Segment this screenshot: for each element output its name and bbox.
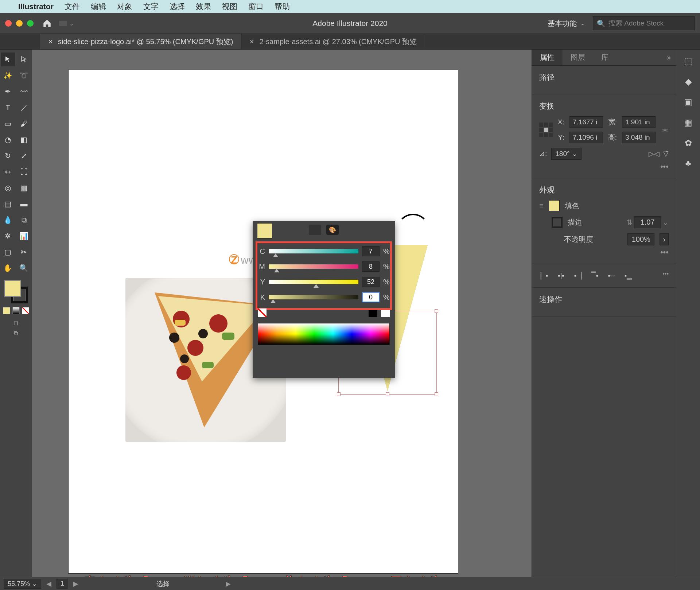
perspective-tool[interactable]: ▦ bbox=[17, 181, 31, 195]
layers-panel-icon[interactable]: ◆ bbox=[685, 77, 692, 87]
shape-builder-tool[interactable]: ◎ bbox=[1, 181, 15, 195]
align-left-icon[interactable]: ▏▪ bbox=[539, 271, 549, 281]
menu-window[interactable]: 窗口 bbox=[248, 1, 264, 12]
tab-properties[interactable]: 属性 bbox=[532, 50, 563, 65]
magic-wand-tool[interactable]: ✨ bbox=[1, 69, 15, 82]
home-icon[interactable] bbox=[42, 19, 52, 28]
tab-layers[interactable]: 图层 bbox=[563, 50, 593, 65]
eraser-tool[interactable]: ◧ bbox=[17, 133, 31, 147]
handle-tr[interactable] bbox=[435, 309, 438, 313]
direct-selection-tool[interactable] bbox=[17, 53, 31, 66]
maximize-button[interactable] bbox=[27, 20, 34, 27]
graph-tool[interactable]: 📊 bbox=[17, 229, 31, 243]
lasso-tool[interactable]: ➰ bbox=[17, 69, 31, 82]
nav-arrow-icon[interactable]: ▶ bbox=[226, 580, 231, 588]
slider-thumb[interactable] bbox=[273, 253, 278, 257]
artboard-number[interactable]: 1 bbox=[57, 579, 68, 589]
w-value[interactable]: 1.901 in bbox=[622, 116, 656, 128]
hand-tool[interactable]: ✋ bbox=[1, 261, 15, 275]
stock-search[interactable]: 🔍 搜索 Adobe Stock bbox=[593, 16, 695, 30]
slider-track-k[interactable] bbox=[269, 295, 358, 299]
canvas[interactable]: Zwww.MacZ.com 青色改为「7」，洋红改为「8」，黄色改为「52」，黑… bbox=[32, 50, 532, 590]
tab-libraries[interactable]: 库 bbox=[593, 50, 617, 65]
slider-thumb[interactable] bbox=[271, 299, 276, 303]
rectangle-tool[interactable]: ▭ bbox=[1, 117, 15, 131]
brushes-panel-icon[interactable]: ✿ bbox=[685, 138, 692, 148]
flip-v-icon[interactable]: ▽̂ bbox=[663, 150, 669, 158]
slider-track-y[interactable] bbox=[269, 280, 358, 284]
workspace-switcher[interactable]: 基本功能 ⌄ bbox=[548, 19, 585, 28]
x-value[interactable]: 7.1677 i bbox=[569, 116, 603, 128]
3d-panel-icon[interactable]: ⬚ bbox=[684, 56, 692, 66]
handle-bm[interactable] bbox=[386, 392, 389, 396]
align-bottom-icon[interactable]: ▪▁ bbox=[623, 271, 633, 281]
next-artboard-icon[interactable]: ▶ bbox=[73, 580, 78, 588]
slider-track-m[interactable] bbox=[269, 264, 358, 269]
gradient-icon[interactable] bbox=[12, 307, 20, 314]
flip-h-icon[interactable]: ▷◁ bbox=[649, 150, 660, 158]
prev-artboard-icon[interactable]: ◀ bbox=[46, 580, 51, 588]
width-tool[interactable]: ⇿ bbox=[1, 165, 15, 179]
stroke-swatch[interactable] bbox=[552, 217, 563, 228]
fill-stroke-swatch[interactable] bbox=[4, 280, 28, 303]
scale-tool[interactable]: ⤢ bbox=[17, 149, 31, 163]
shaper-tool[interactable]: ◔ bbox=[1, 133, 15, 147]
eyedropper-tool[interactable]: 💧 bbox=[1, 213, 15, 227]
minimize-button[interactable] bbox=[16, 20, 23, 27]
menu-file[interactable]: 文件 bbox=[65, 1, 80, 12]
artboards-panel-icon[interactable]: ▣ bbox=[684, 97, 692, 107]
close-button[interactable] bbox=[5, 20, 12, 27]
reference-point[interactable] bbox=[539, 123, 553, 137]
draw-normal-icon[interactable]: ◻ bbox=[13, 319, 18, 326]
doc-tab-1[interactable]: ✕ side-slice-pizza-logo.ai* @ 55.75% (CM… bbox=[40, 34, 241, 49]
solid-color-icon[interactable] bbox=[3, 307, 10, 314]
handle-br[interactable] bbox=[435, 392, 438, 396]
color-mode-icon[interactable]: 🎨 bbox=[326, 225, 339, 235]
align-top-icon[interactable]: ▔▪ bbox=[590, 271, 600, 281]
doc-tab-2[interactable]: ✕ 2-sample-assets.ai @ 27.03% (CMYK/GPU … bbox=[241, 34, 425, 49]
handle-bl[interactable] bbox=[337, 392, 341, 396]
zoom-level[interactable]: 55.75% ⌄ bbox=[4, 579, 41, 589]
curvature-tool[interactable]: 〰 bbox=[17, 85, 31, 98]
slider-track-c[interactable] bbox=[269, 249, 358, 253]
list-icon[interactable]: ≡ bbox=[539, 202, 544, 210]
swatches-mode-icon[interactable] bbox=[309, 225, 321, 235]
chevron-down-icon[interactable]: ⌄ bbox=[662, 218, 669, 227]
brush-tool[interactable]: 🖌 bbox=[17, 117, 31, 131]
rotate-tool[interactable]: ↻ bbox=[1, 149, 15, 163]
collapse-icon[interactable]: » bbox=[667, 53, 671, 62]
more-options-icon[interactable]: ••• bbox=[539, 248, 669, 257]
slider-thumb[interactable] bbox=[274, 269, 279, 272]
close-icon[interactable]: ✕ bbox=[249, 38, 254, 45]
fill-swatch[interactable] bbox=[549, 200, 560, 211]
y-value[interactable]: 7.1096 i bbox=[569, 132, 603, 143]
line-tool[interactable]: ／ bbox=[17, 101, 31, 114]
spectrum-picker[interactable] bbox=[258, 323, 390, 345]
fill-swatch[interactable] bbox=[4, 280, 21, 297]
menu-effect[interactable]: 效果 bbox=[196, 1, 211, 12]
swatches-panel-icon[interactable]: ▦ bbox=[684, 117, 692, 128]
none-icon[interactable] bbox=[22, 307, 29, 314]
free-transform-tool[interactable]: ⛶ bbox=[17, 165, 31, 179]
mesh-tool[interactable]: ▤ bbox=[1, 197, 15, 211]
link-icon[interactable]: ⫘ bbox=[661, 125, 669, 135]
type-tool[interactable]: T bbox=[1, 101, 15, 114]
app-name[interactable]: Illustrator bbox=[18, 2, 54, 11]
chevron-down-icon[interactable]: ⌄ bbox=[69, 20, 74, 27]
close-icon[interactable]: ✕ bbox=[48, 38, 53, 45]
arrange-icon[interactable] bbox=[59, 21, 67, 26]
selection-tool[interactable] bbox=[1, 53, 15, 66]
menu-edit[interactable]: 编辑 bbox=[91, 1, 106, 12]
menu-view[interactable]: 视图 bbox=[222, 1, 237, 12]
opacity-value[interactable]: 100% bbox=[627, 233, 654, 245]
stepper-icon[interactable]: ⇅ bbox=[626, 218, 633, 227]
none-swatch[interactable] bbox=[258, 308, 267, 317]
menu-help[interactable]: 帮助 bbox=[275, 1, 290, 12]
chevron-right-icon[interactable]: › bbox=[660, 233, 669, 245]
zoom-tool[interactable]: 🔍 bbox=[17, 261, 31, 275]
menu-select[interactable]: 选择 bbox=[170, 1, 185, 12]
blend-tool[interactable]: ⧉ bbox=[17, 213, 31, 227]
angle-value[interactable]: 180° ⌄ bbox=[551, 148, 582, 160]
align-hcenter-icon[interactable]: ▪|▪ bbox=[556, 271, 566, 281]
pen-tool[interactable]: ✒ bbox=[1, 85, 15, 98]
